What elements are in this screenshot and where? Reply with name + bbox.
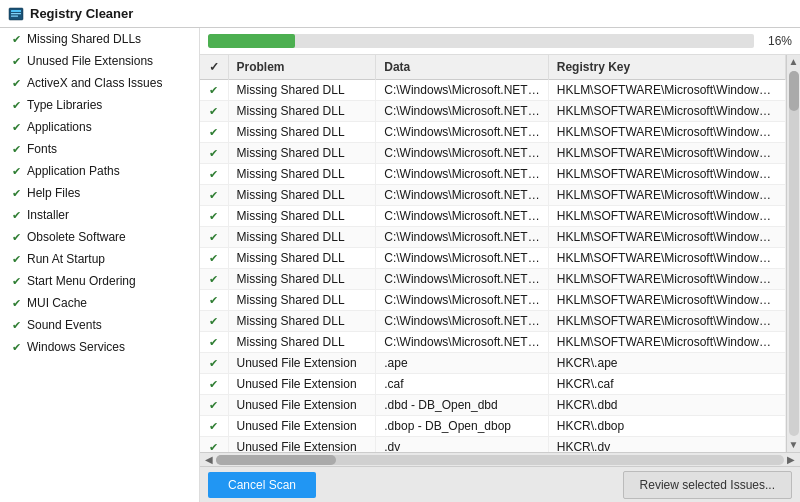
sidebar-item-windows-services[interactable]: ✔Windows Services <box>0 336 199 358</box>
row-data: C:\Windows\Microsoft.NET\Fra... <box>376 269 549 290</box>
table-row[interactable]: ✔Missing Shared DLLC:\Windows\Microsoft.… <box>200 122 786 143</box>
check-icon: ✔ <box>12 253 21 266</box>
sidebar-item-label: ActiveX and Class Issues <box>27 76 162 90</box>
table-row[interactable]: ✔Unused File Extension.dbop - DB_Open_db… <box>200 416 786 437</box>
sidebar-item-sound-events[interactable]: ✔Sound Events <box>0 314 199 336</box>
check-mark-icon: ✔ <box>209 336 218 348</box>
row-checkbox[interactable]: ✔ <box>200 353 228 374</box>
row-problem: Missing Shared DLL <box>228 143 376 164</box>
check-mark-icon: ✔ <box>209 189 218 201</box>
progress-bar-fill <box>208 34 295 48</box>
check-icon: ✔ <box>12 99 21 112</box>
table-row[interactable]: ✔Missing Shared DLLC:\Windows\Microsoft.… <box>200 311 786 332</box>
horizontal-scrollbar[interactable]: ◀ ▶ <box>200 452 800 466</box>
row-data: .dv <box>376 437 549 453</box>
sidebar-item-installer[interactable]: ✔Installer <box>0 204 199 226</box>
table-row[interactable]: ✔Missing Shared DLLC:\Windows\Microsoft.… <box>200 290 786 311</box>
table-row[interactable]: ✔Missing Shared DLLC:\Windows\Microsoft.… <box>200 206 786 227</box>
sidebar-item-type-libraries[interactable]: ✔Type Libraries <box>0 94 199 116</box>
table-row[interactable]: ✔Missing Shared DLLC:\Windows\Microsoft.… <box>200 227 786 248</box>
sidebar: ✔Missing Shared DLLs✔Unused File Extensi… <box>0 28 200 502</box>
sidebar-item-activex-class-issues[interactable]: ✔ActiveX and Class Issues <box>0 72 199 94</box>
vscroll-track[interactable] <box>789 71 799 436</box>
col-problem: Problem <box>228 55 376 80</box>
vertical-scrollbar[interactable]: ▲ ▼ <box>786 55 800 452</box>
sidebar-item-start-menu-ordering[interactable]: ✔Start Menu Ordering <box>0 270 199 292</box>
row-checkbox[interactable]: ✔ <box>200 248 228 269</box>
row-data: C:\Windows\Microsoft.NET\Fra... <box>376 122 549 143</box>
table-row[interactable]: ✔Missing Shared DLLC:\Windows\Microsoft.… <box>200 248 786 269</box>
sidebar-item-application-paths[interactable]: ✔Application Paths <box>0 160 199 182</box>
sidebar-item-applications[interactable]: ✔Applications <box>0 116 199 138</box>
sidebar-item-label: MUI Cache <box>27 296 87 310</box>
table-row[interactable]: ✔Unused File Extension.dbd - DB_Open_dbd… <box>200 395 786 416</box>
sidebar-item-run-at-startup[interactable]: ✔Run At Startup <box>0 248 199 270</box>
row-data: .caf <box>376 374 549 395</box>
table-row[interactable]: ✔Unused File Extension.dvHKCR\.dv <box>200 437 786 453</box>
check-mark-icon: ✔ <box>209 231 218 243</box>
sidebar-item-help-files[interactable]: ✔Help Files <box>0 182 199 204</box>
row-registry-key: HKLM\SOFTWARE\Microsoft\Windows\CurrentV… <box>548 206 785 227</box>
row-problem: Missing Shared DLL <box>228 164 376 185</box>
table-row[interactable]: ✔Missing Shared DLLC:\Windows\Microsoft.… <box>200 143 786 164</box>
row-checkbox[interactable]: ✔ <box>200 290 228 311</box>
hscroll-thumb[interactable] <box>216 455 336 465</box>
row-checkbox[interactable]: ✔ <box>200 374 228 395</box>
row-data: C:\Windows\Microsoft.NET\Fra... <box>376 185 549 206</box>
row-checkbox[interactable]: ✔ <box>200 437 228 453</box>
row-checkbox[interactable]: ✔ <box>200 332 228 353</box>
table-row[interactable]: ✔Unused File Extension.cafHKCR\.caf <box>200 374 786 395</box>
row-problem: Unused File Extension <box>228 416 376 437</box>
row-checkbox[interactable]: ✔ <box>200 101 228 122</box>
table-row[interactable]: ✔Missing Shared DLLC:\Windows\Microsoft.… <box>200 269 786 290</box>
row-data: C:\Windows\Microsoft.NET\Fra... <box>376 164 549 185</box>
sidebar-item-unused-file-extensions[interactable]: ✔Unused File Extensions <box>0 50 199 72</box>
table-row[interactable]: ✔Missing Shared DLLC:\Windows\Microsoft.… <box>200 332 786 353</box>
row-checkbox[interactable]: ✔ <box>200 143 228 164</box>
row-checkbox[interactable]: ✔ <box>200 227 228 248</box>
table-row[interactable]: ✔Missing Shared DLLC:\Windows\Microsoft.… <box>200 101 786 122</box>
vscroll-thumb[interactable] <box>789 71 799 111</box>
table-row[interactable]: ✔Missing Shared DLLC:\Windows\Microsoft.… <box>200 164 786 185</box>
row-checkbox[interactable]: ✔ <box>200 80 228 101</box>
row-problem: Missing Shared DLL <box>228 332 376 353</box>
sidebar-item-obsolete-software[interactable]: ✔Obsolete Software <box>0 226 199 248</box>
sidebar-item-label: Missing Shared DLLs <box>27 32 141 46</box>
check-mark-icon: ✔ <box>209 126 218 138</box>
review-issues-button[interactable]: Review selected Issues... <box>623 471 792 499</box>
sidebar-item-label: Obsolete Software <box>27 230 126 244</box>
sidebar-item-label: Type Libraries <box>27 98 102 112</box>
row-checkbox[interactable]: ✔ <box>200 185 228 206</box>
sidebar-item-label: Windows Services <box>27 340 125 354</box>
sidebar-item-fonts[interactable]: ✔Fonts <box>0 138 199 160</box>
scroll-down-arrow[interactable]: ▼ <box>787 438 800 452</box>
sidebar-item-missing-shared-dlls[interactable]: ✔Missing Shared DLLs <box>0 28 199 50</box>
row-registry-key: HKLM\SOFTWARE\Microsoft\Windows\CurrentV… <box>548 101 785 122</box>
check-mark-icon: ✔ <box>209 105 218 117</box>
table-body: ✔Missing Shared DLLC:\Windows\Microsoft.… <box>200 80 786 453</box>
check-mark-icon: ✔ <box>209 84 218 96</box>
table-row[interactable]: ✔Unused File Extension.apeHKCR\.ape <box>200 353 786 374</box>
row-checkbox[interactable]: ✔ <box>200 269 228 290</box>
table-row[interactable]: ✔Missing Shared DLLC:\Windows\Microsoft.… <box>200 185 786 206</box>
scroll-left-arrow[interactable]: ◀ <box>202 454 216 465</box>
row-registry-key: HKCR\.caf <box>548 374 785 395</box>
check-icon: ✔ <box>12 209 21 222</box>
row-registry-key: HKLM\SOFTWARE\Microsoft\Windows\CurrentV… <box>548 332 785 353</box>
row-checkbox[interactable]: ✔ <box>200 164 228 185</box>
cancel-scan-button[interactable]: Cancel Scan <box>208 472 316 498</box>
row-registry-key: HKCR\.dbop <box>548 416 785 437</box>
table-wrapper[interactable]: ✓ Problem Data Registry Key ✔Missing Sha… <box>200 55 786 452</box>
row-checkbox[interactable]: ✔ <box>200 311 228 332</box>
hscroll-track[interactable] <box>216 455 784 465</box>
row-checkbox[interactable]: ✔ <box>200 416 228 437</box>
row-checkbox[interactable]: ✔ <box>200 395 228 416</box>
table-row[interactable]: ✔Missing Shared DLLC:\Windows\Microsoft.… <box>200 80 786 101</box>
check-mark-icon: ✔ <box>209 378 218 390</box>
sidebar-item-mui-cache[interactable]: ✔MUI Cache <box>0 292 199 314</box>
row-registry-key: HKLM\SOFTWARE\Microsoft\Windows\CurrentV… <box>548 269 785 290</box>
scroll-right-arrow[interactable]: ▶ <box>784 454 798 465</box>
row-checkbox[interactable]: ✔ <box>200 206 228 227</box>
row-checkbox[interactable]: ✔ <box>200 122 228 143</box>
scroll-up-arrow[interactable]: ▲ <box>787 55 800 69</box>
